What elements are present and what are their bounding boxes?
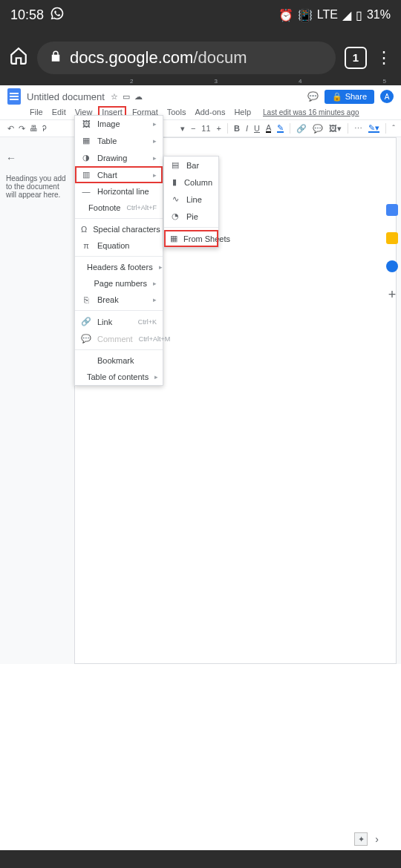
insert-equation[interactable]: πEquation bbox=[75, 237, 163, 254]
battery-icon: ▯ bbox=[356, 8, 362, 22]
tasks-icon[interactable] bbox=[386, 260, 398, 272]
insert-break[interactable]: ⎘Break▸ bbox=[75, 292, 163, 308]
chrome-toolbar: docs.google.com/docum 1 ⋮ bbox=[0, 30, 401, 85]
android-nav-bar bbox=[0, 850, 401, 868]
url-path: /docum bbox=[193, 48, 247, 67]
chart-submenu: ▤Bar ▮Column ∿Line ◔Pie ▦From Sheets bbox=[163, 156, 219, 248]
insert-image-icon[interactable]: 🖼▾ bbox=[329, 124, 342, 134]
side-expand-icon[interactable]: › bbox=[375, 833, 379, 845]
toolbar: ↶ ↷ 🖶 Ꭾ ▾ − 11 + B I U A ✎ 🔗 💬 🖼▾ ⋯ ✎▾ ˆ bbox=[0, 119, 401, 137]
insert-image[interactable]: 🖼Image▸ bbox=[75, 116, 163, 132]
doc-title[interactable]: Untitled document bbox=[27, 91, 105, 102]
battery-percent: 31% bbox=[367, 8, 391, 22]
tab-switcher[interactable]: 1 bbox=[345, 47, 367, 69]
lock-icon bbox=[49, 48, 62, 68]
font-size[interactable]: 11 bbox=[201, 124, 210, 133]
chart-icon: ▥ bbox=[81, 170, 91, 180]
hline-icon: — bbox=[81, 187, 91, 196]
insert-special[interactable]: ΩSpecial characters bbox=[75, 221, 163, 237]
insert-link[interactable]: 🔗LinkCtrl+K bbox=[75, 313, 163, 330]
break-icon: ⎘ bbox=[81, 295, 91, 304]
insert-toc[interactable]: Table of contents▸ bbox=[75, 369, 163, 385]
insert-bookmark[interactable]: Bookmark bbox=[75, 352, 163, 369]
print-icon[interactable]: 🖶 bbox=[30, 124, 38, 133]
menu-edit[interactable]: Edit bbox=[49, 107, 69, 117]
table-icon: ▦ bbox=[81, 136, 91, 145]
menu-addons[interactable]: Add-ons bbox=[192, 107, 228, 117]
outline-hint: Headings you add to the document will ap… bbox=[6, 174, 68, 199]
image-icon: 🖼 bbox=[81, 119, 91, 128]
underline-icon[interactable]: U bbox=[254, 124, 260, 133]
editing-mode-icon[interactable]: ✎▾ bbox=[368, 124, 379, 133]
addons-plus-icon[interactable]: + bbox=[386, 289, 398, 300]
insert-comment-icon[interactable]: 💬 bbox=[313, 124, 323, 134]
chart-bar[interactable]: ▤Bar bbox=[164, 157, 218, 174]
title-bar: Untitled document ☆ ▭ ☁ 💬 🔒 Share A bbox=[0, 85, 401, 105]
outline-back-icon[interactable]: ← bbox=[6, 152, 68, 164]
insert-drawing[interactable]: ◑Drawing▸ bbox=[75, 149, 163, 166]
keep-icon[interactable] bbox=[386, 232, 398, 244]
column-icon: ▮ bbox=[170, 177, 178, 187]
pie-icon: ◔ bbox=[170, 211, 180, 221]
text-color-icon[interactable]: A bbox=[266, 124, 271, 133]
insert-table[interactable]: ▦Table▸ bbox=[75, 132, 163, 149]
chart-pie[interactable]: ◔Pie bbox=[164, 208, 218, 225]
paint-format-icon[interactable]: Ꭾ bbox=[42, 124, 47, 134]
side-panel-rail: + bbox=[386, 204, 398, 300]
move-icon[interactable]: ▭ bbox=[123, 92, 130, 102]
insert-comment[interactable]: 💬CommentCtrl+Alt+M bbox=[75, 330, 163, 347]
redo-icon[interactable]: ↷ bbox=[19, 124, 25, 134]
status-time: 10:58 bbox=[10, 7, 44, 23]
account-avatar[interactable]: A bbox=[380, 90, 394, 103]
drawing-icon: ◑ bbox=[81, 153, 91, 162]
styles-arrow-icon[interactable]: ▾ bbox=[180, 124, 185, 134]
line-icon: ∿ bbox=[170, 194, 180, 204]
highlight-icon[interactable]: ✎ bbox=[277, 124, 284, 133]
insert-hline[interactable]: —Horizontal line bbox=[75, 183, 163, 200]
collapse-icon[interactable]: ˆ bbox=[392, 124, 395, 133]
insert-chart[interactable]: ▥Chart▸ bbox=[75, 166, 163, 183]
outline-panel: ← Headings you add to the document will … bbox=[0, 137, 74, 664]
insert-link-icon[interactable]: 🔗 bbox=[296, 124, 307, 134]
share-button[interactable]: 🔒 Share bbox=[325, 90, 374, 104]
insert-dropdown: 🖼Image▸ ▦Table▸ ◑Drawing▸ ▥Chart▸ —Horiz… bbox=[74, 115, 163, 386]
explore-area: ✦ › bbox=[354, 832, 379, 846]
chart-line[interactable]: ∿Line bbox=[164, 191, 218, 208]
signal-icon: ◢ bbox=[342, 8, 351, 22]
menu-bar: File Edit View Insert Format Tools Add-o… bbox=[0, 105, 401, 119]
more-icon[interactable]: ⋯ bbox=[354, 124, 362, 134]
insert-headers-footers[interactable]: Headers & footers▸ bbox=[75, 259, 163, 275]
link-icon: 🔗 bbox=[81, 317, 91, 326]
equation-icon: π bbox=[81, 241, 91, 250]
url-host: docs.google.com bbox=[70, 48, 193, 67]
whatsapp-icon bbox=[50, 6, 65, 24]
bold-icon[interactable]: B bbox=[234, 124, 240, 133]
menu-help[interactable]: Help bbox=[231, 107, 254, 117]
comment-icon: 💬 bbox=[81, 334, 91, 343]
chart-column[interactable]: ▮Column bbox=[164, 174, 218, 191]
insert-page-numbers[interactable]: Page numbers▸ bbox=[75, 275, 163, 292]
italic-icon[interactable]: I bbox=[246, 124, 248, 133]
undo-icon[interactable]: ↶ bbox=[7, 124, 14, 134]
url-bar[interactable]: docs.google.com/docum bbox=[37, 42, 336, 74]
chrome-menu-icon[interactable]: ⋮ bbox=[376, 48, 392, 68]
docs-logo-icon[interactable] bbox=[7, 88, 21, 105]
menu-tools[interactable]: Tools bbox=[164, 107, 189, 117]
last-edit-link[interactable]: Last edit was 16 minutes ago bbox=[263, 108, 359, 116]
insert-footnote[interactable]: FootnoteCtrl+Alt+F bbox=[75, 200, 163, 216]
font-minus-icon[interactable]: − bbox=[191, 124, 195, 133]
menu-file[interactable]: File bbox=[27, 107, 46, 117]
bar-icon: ▤ bbox=[170, 160, 180, 170]
sheets-icon: ▦ bbox=[170, 234, 177, 243]
font-plus-icon[interactable]: + bbox=[217, 124, 221, 133]
alarm-icon: ⏰ bbox=[278, 8, 293, 22]
vibrate-icon: 📳 bbox=[298, 8, 313, 22]
star-icon[interactable]: ☆ bbox=[111, 92, 118, 102]
comments-icon[interactable]: 💬 bbox=[307, 91, 319, 102]
calendar-icon[interactable] bbox=[386, 204, 398, 216]
explore-button[interactable]: ✦ bbox=[354, 832, 368, 846]
chart-from-sheets[interactable]: ▦From Sheets bbox=[164, 230, 218, 247]
android-status-bar: 10:58 ⏰ 📳 LTE ◢ ▯ 31% bbox=[0, 0, 401, 30]
cloud-icon[interactable]: ☁ bbox=[134, 92, 143, 102]
home-icon[interactable] bbox=[9, 46, 28, 70]
